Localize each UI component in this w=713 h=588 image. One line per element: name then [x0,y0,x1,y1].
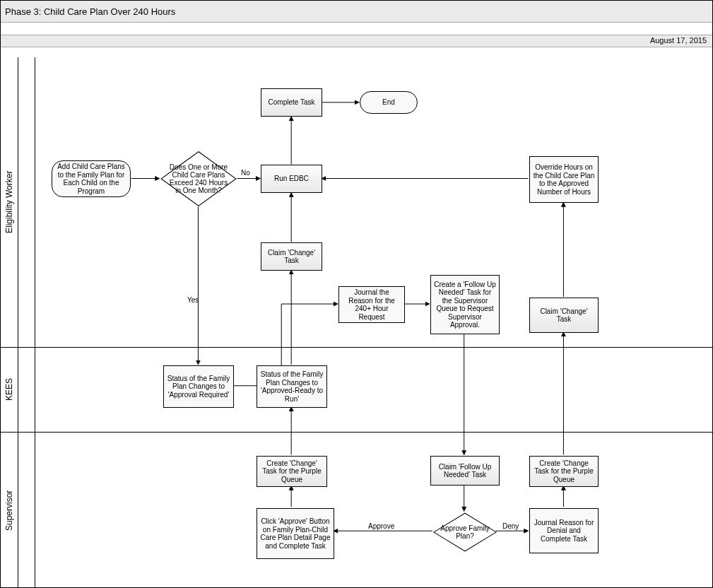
decision-exceed-240: Does One or More Child Care Plans Exceed… [160,151,237,207]
lane-label-worker: Eligibility Worker [1,57,18,347]
status-approval-required-box: Status of the Family Plan Changes to 'Ap… [163,365,234,408]
edge-label-deny: Deny [502,522,519,530]
create-change-purple-box: Create 'Change' Task for the Purple Queu… [257,456,327,487]
create-followup-box: Create a 'Follow Up Needed' Task for the… [430,275,500,334]
edge-label-yes: Yes [187,296,199,304]
lane-separator [1,432,712,433]
lane-label-supervisor: Supervisor [1,432,18,588]
edge-label-approve: Approve [368,522,394,530]
page-title-bar: Phase 3: Child Care Plan Over 240 Hours [1,1,712,23]
lanes-area: Eligibility Worker KEES Supervisor [1,57,712,587]
decision-label: Does One or More Child Care Plans Exceed… [167,163,230,195]
decision-approve: Approve Family Plan? [432,512,497,552]
lane-separator [1,347,712,348]
edge-label-no: No [241,169,250,177]
decision-label: Approve Family Plan? [439,521,491,543]
claim-change2-box: Claim 'Change' Task [529,298,599,333]
start-terminator: Add Child Care Plans to the Family Plan … [52,160,131,197]
click-approve-box: Click 'Approve' Button on Family Plan-Ch… [257,508,334,559]
page-date: August 17, 2015 [650,36,707,45]
date-bar: August 17, 2015 [1,35,712,47]
run-edbc-box: Run EDBC [261,165,322,193]
create-change-purple2-box: Create 'Change Task for the Purple Queue [529,456,599,487]
journal-denial-box: Journal Reason for Denial and Complete T… [529,508,599,553]
status-approved-ready-box: Status of the Family Plan Changes to 'Ap… [257,365,327,408]
pool-margin [18,57,35,587]
complete-task-box: Complete Task [261,88,322,117]
claim-followup-box: Claim 'Follow Up Needed' Task [430,456,500,486]
journal-reason-box: Journal the Reason for the 240+ Hour Req… [338,286,405,323]
end-terminator: End [360,91,418,114]
lane-label-column: Eligibility Worker KEES Supervisor [1,57,18,587]
swimlane-diagram: Phase 3: Child Care Plan Over 240 Hours … [0,0,713,588]
lane-label-kees: KEES [1,347,18,432]
claim-change-box: Claim 'Change' Task [261,242,322,271]
override-hours-box: Override Hours on the Child Care Plan to… [529,156,599,203]
page-title: Phase 3: Child Care Plan Over 240 Hours [5,6,175,17]
